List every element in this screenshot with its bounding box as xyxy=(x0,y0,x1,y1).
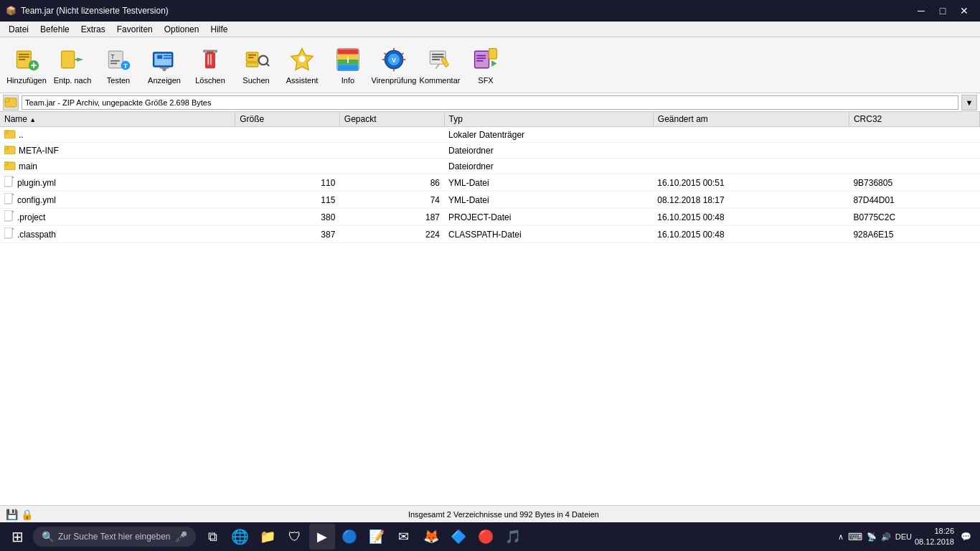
anzeigen-label: Anzeigen xyxy=(148,76,181,85)
menu-bar: Datei Befehle Extras Favoriten Optionen … xyxy=(0,22,980,37)
address-nav-icon[interactable] xyxy=(3,95,19,110)
menu-optionen[interactable]: Optionen xyxy=(159,22,205,37)
col-name-header[interactable]: Name ▲ xyxy=(0,112,235,127)
table-row[interactable]: .classpath 387 224 CLASSPATH-Datei 16.10… xyxy=(0,226,980,243)
minimize-button[interactable]: ─ xyxy=(911,3,931,19)
taskbar-clock[interactable]: 18:26 08.12.2018 xyxy=(915,526,954,548)
cell-name: plugin.yml xyxy=(0,174,235,192)
svg-rect-71 xyxy=(4,162,8,165)
taskbar-app2[interactable]: 🎵 xyxy=(500,524,526,550)
file-icon xyxy=(4,128,16,141)
taskbar-notes[interactable]: 📝 xyxy=(364,524,390,550)
taskbar-taskview[interactable]: ⧉ xyxy=(200,524,226,550)
table-row[interactable]: config.yml 115 74 YML-Datei 08.12.2018 1… xyxy=(0,192,980,209)
taskbar-network-icon[interactable]: 📡 xyxy=(867,532,877,542)
menu-datei[interactable]: Datei xyxy=(3,22,34,37)
cell-name: config.yml xyxy=(0,192,235,209)
table-row[interactable]: main Dateiordner xyxy=(0,159,980,174)
taskbar-mail[interactable]: ✉ xyxy=(391,524,417,550)
maximize-button[interactable]: □ xyxy=(933,3,953,19)
toolbar-virenprufung[interactable]: V Virenprüfung xyxy=(372,40,416,90)
address-dropdown-btn[interactable]: ▼ xyxy=(961,95,977,110)
menu-extras[interactable]: Extras xyxy=(75,22,111,37)
toolbar-suchen[interactable]: Suchen xyxy=(234,40,278,90)
taskbar-language[interactable]: DEU xyxy=(895,532,912,541)
file-icon xyxy=(4,210,14,224)
address-input[interactable] xyxy=(22,95,958,110)
toolbar-sfx[interactable]: SFX xyxy=(463,40,508,90)
menu-befehle[interactable]: Befehle xyxy=(34,22,75,37)
cell-crc: B0775C2C xyxy=(849,209,979,226)
table-row[interactable]: .. Lokaler Datenträger xyxy=(0,127,980,143)
taskbar-keyboard-icon[interactable]: ⌨ xyxy=(848,531,862,542)
col-crc-header[interactable]: CRC32 xyxy=(849,112,979,127)
svg-rect-59 xyxy=(489,49,497,59)
svg-rect-34 xyxy=(248,57,253,58)
taskbar-explorer[interactable]: 📁 xyxy=(255,524,281,550)
start-button[interactable]: ⊞ xyxy=(3,522,32,551)
assistent-label: Assistent xyxy=(286,76,319,85)
taskbar-security[interactable]: 🛡 xyxy=(282,524,308,550)
col-type-header[interactable]: Typ xyxy=(444,112,653,127)
toolbar-testen[interactable]: T T Testen xyxy=(96,40,141,90)
status-text: Insgesamt 2 Verzeichnisse und 992 Bytes … xyxy=(408,510,599,519)
menu-hilfe[interactable]: Hilfe xyxy=(204,22,233,37)
window-controls: ─ □ ✕ xyxy=(911,3,974,19)
suchen-label: Suchen xyxy=(242,76,269,85)
info-label: Info xyxy=(341,76,354,85)
taskbar-firefox[interactable]: 🦊 xyxy=(418,524,444,550)
svg-rect-33 xyxy=(248,55,256,56)
taskbar-edge2[interactable]: 🔷 xyxy=(446,524,471,550)
close-button[interactable]: ✕ xyxy=(954,3,974,19)
kommentar-icon xyxy=(425,44,455,75)
taskbar-notification[interactable]: 💬 xyxy=(957,522,974,551)
taskbar-edge[interactable]: 🌐 xyxy=(227,524,253,550)
toolbar-anzeigen[interactable]: Anzeigen xyxy=(142,40,187,90)
svg-rect-58 xyxy=(475,51,489,68)
taskbar-right: ∧ ⌨ 📡 🔊 DEU 18:26 08.12.2018 💬 xyxy=(838,522,977,551)
toolbar-hinzufuegen[interactable]: Hinzufügen xyxy=(4,40,49,90)
cell-modified: 16.10.2015 00:48 xyxy=(653,226,849,243)
taskbar-search[interactable]: 🔍 Zur Suche Text hier eingeben 🎤 xyxy=(33,527,196,547)
toolbar-info[interactable]: i Info xyxy=(326,40,370,90)
cell-modified xyxy=(653,127,849,143)
menu-favoriten[interactable]: Favoriten xyxy=(111,22,159,37)
svg-line-50 xyxy=(384,53,386,55)
svg-marker-73 xyxy=(12,176,14,178)
svg-rect-25 xyxy=(207,55,209,65)
table-header-row: Name ▲ Größe Gepackt Typ Geändert am CRC… xyxy=(0,112,980,127)
taskbar-browser2[interactable]: 🔵 xyxy=(336,524,362,550)
svg-rect-54 xyxy=(432,56,443,57)
svg-marker-75 xyxy=(12,193,14,195)
cell-size xyxy=(235,159,340,174)
col-packed-header[interactable]: Gepackt xyxy=(339,112,444,127)
svg-rect-55 xyxy=(432,59,440,60)
svg-marker-60 xyxy=(491,60,496,67)
cell-modified xyxy=(653,143,849,159)
col-modified-header[interactable]: Geändert am xyxy=(653,112,849,127)
cell-packed: 187 xyxy=(339,209,444,226)
taskbar-volume-icon[interactable]: 🔊 xyxy=(881,532,891,542)
search-placeholder: Zur Suche Text hier eingeben xyxy=(58,532,171,542)
svg-rect-63 xyxy=(476,60,483,62)
toolbar-entp-nach[interactable]: Entp. nach xyxy=(50,40,95,90)
svg-rect-1 xyxy=(19,54,29,55)
taskbar-terminal[interactable]: ▶ xyxy=(309,524,335,550)
col-size-header[interactable]: Größe xyxy=(235,112,340,127)
svg-rect-7 xyxy=(62,51,75,68)
taskbar-chrome[interactable]: 🔴 xyxy=(473,524,499,550)
table-row[interactable]: .project 380 187 PROJECT-Datei 16.10.201… xyxy=(0,209,980,226)
address-bar: ▼ xyxy=(0,93,980,112)
table-row[interactable]: plugin.yml 110 86 YML-Datei 16.10.2015 0… xyxy=(0,174,980,192)
toolbar-assistent[interactable]: Assistent xyxy=(280,40,324,90)
svg-rect-74 xyxy=(4,193,12,204)
cell-size: 110 xyxy=(235,174,340,192)
toolbar-kommentar[interactable]: Kommentar xyxy=(418,40,462,90)
toolbar-loeschen[interactable]: Löschen xyxy=(188,40,232,90)
cell-crc: 9B736805 xyxy=(849,174,979,192)
file-list-container: Name ▲ Größe Gepackt Typ Geändert am CRC… xyxy=(0,112,980,505)
cell-crc xyxy=(849,159,979,174)
taskbar-expand-icon[interactable]: ∧ xyxy=(838,532,844,542)
table-row[interactable]: META-INF Dateiordner xyxy=(0,143,980,159)
cell-type: Dateiordner xyxy=(444,159,653,174)
